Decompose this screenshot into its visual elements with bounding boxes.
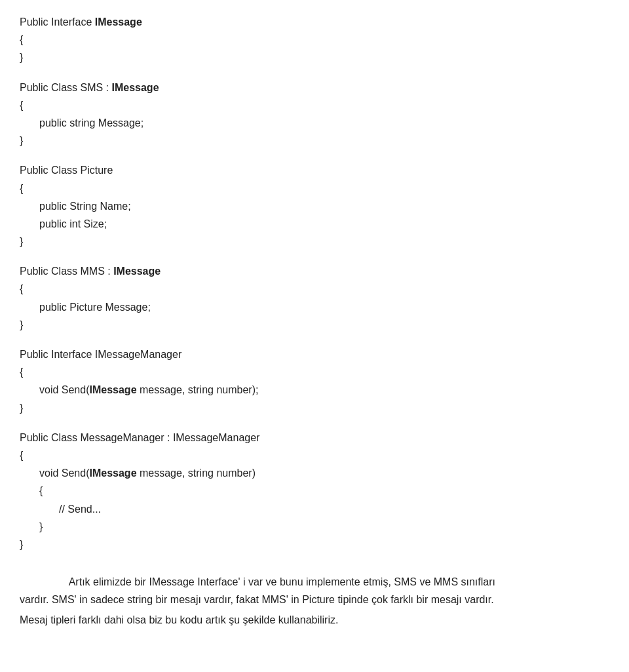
- interface-imessage-section: Public Interface IMessage { }: [20, 13, 609, 67]
- code-line: {: [20, 280, 609, 298]
- class-messagemanager-section: Public Class MessageManager : IMessageMa…: [20, 429, 609, 553]
- bold-imessage: IMessage: [90, 384, 137, 395]
- code-line: Public Interface IMessage: [20, 13, 609, 31]
- code-line: Public Class MessageManager : IMessageMa…: [20, 429, 609, 446]
- code-line: {: [20, 363, 609, 381]
- prose-line-1: Artık elimizde bir IMessage Interface' i…: [20, 573, 609, 591]
- bold-imessage: IMessage: [111, 82, 159, 93]
- code-line: }: [20, 316, 609, 334]
- code-line: Public Class MMS : IMessage: [20, 262, 609, 280]
- prose-line-2: vardır. SMS' in sadece string bir mesajı…: [20, 591, 609, 608]
- bold-imessage: IMessage: [95, 16, 142, 28]
- code-line: }: [20, 233, 609, 250]
- code-line: public string Message;: [39, 114, 609, 132]
- code-line: public Picture Message;: [39, 298, 609, 316]
- code-line: void Send(IMessage message, string numbe…: [39, 464, 609, 482]
- code-line: }: [20, 399, 609, 417]
- bold-imessage: IMessage: [113, 266, 161, 277]
- class-sms-section: Public Class SMS : IMessage { public str…: [20, 79, 609, 150]
- code-line: }: [20, 536, 609, 553]
- code-line: Public Class Picture: [20, 161, 609, 179]
- prose-line-3: Mesaj tipleri farklı dahi olsa biz bu ko…: [20, 611, 609, 629]
- code-line: {: [20, 180, 609, 197]
- code-block: Public Interface IMessage { } Public Cla…: [20, 13, 609, 553]
- code-line: }: [20, 132, 609, 149]
- code-line: }: [20, 49, 609, 66]
- code-line: }: [39, 518, 609, 536]
- code-line: {: [20, 31, 609, 49]
- code-line: {: [39, 482, 609, 500]
- code-line: public int Size;: [39, 215, 609, 233]
- code-line: public String Name;: [39, 197, 609, 215]
- code-line: {: [20, 446, 609, 464]
- code-line: Public Class SMS : IMessage: [20, 79, 609, 96]
- code-line: Public Interface IMessageManager: [20, 346, 609, 363]
- code-line: // Send...: [59, 500, 609, 518]
- code-line: void Send(IMessage message, string numbe…: [39, 381, 609, 399]
- interface-imessagemanager-section: Public Interface IMessageManager { void …: [20, 346, 609, 417]
- class-mms-section: Public Class MMS : IMessage { public Pic…: [20, 262, 609, 334]
- code-line: {: [20, 96, 609, 114]
- class-picture-section: Public Class Picture { public String Nam…: [20, 161, 609, 250]
- prose-section: Artık elimizde bir IMessage Interface' i…: [20, 573, 609, 629]
- bold-imessage: IMessage: [90, 467, 137, 479]
